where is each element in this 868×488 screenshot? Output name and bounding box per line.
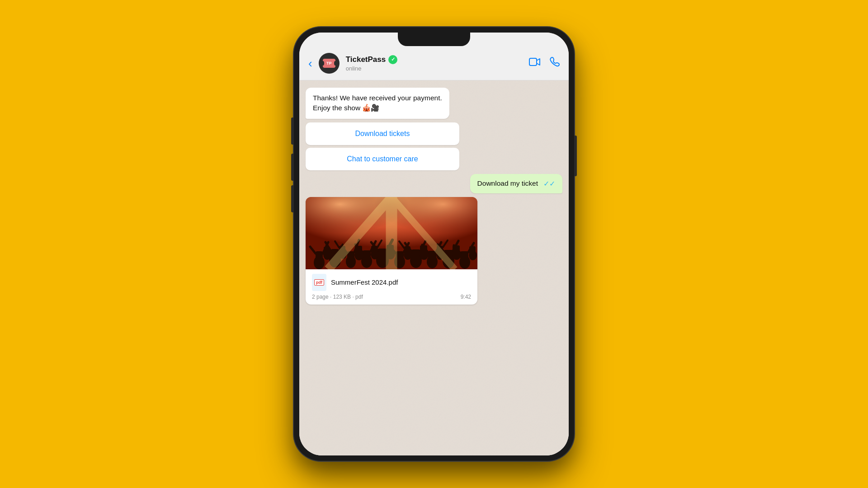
pdf-icon: pdf	[312, 274, 326, 291]
contact-status: online	[346, 65, 523, 72]
svg-rect-67	[469, 246, 476, 256]
svg-rect-57	[404, 246, 410, 256]
file-details: 2 page · 123 KB · pdf	[312, 294, 363, 300]
pdf-label: pdf	[314, 279, 324, 286]
contact-name: TicketPass ✓	[346, 55, 523, 64]
voice-call-icon[interactable]	[550, 57, 560, 70]
sent-message-text: Download my ticket	[477, 179, 538, 188]
svg-rect-0	[529, 58, 537, 66]
chat-messages: Thanks! We have received your payment.En…	[299, 80, 569, 429]
svg-rect-33	[428, 251, 436, 264]
read-receipt-icon: ✓✓	[543, 179, 555, 188]
chat-customer-care-button[interactable]: Chat to customer care	[306, 148, 459, 170]
download-tickets-button[interactable]: Download tickets	[306, 122, 459, 145]
svg-rect-29	[411, 249, 420, 263]
button-list-message: Download tickets Chat to customer care	[306, 122, 459, 170]
phone-screen: ‹ TP TicketPass ✓ online	[299, 33, 569, 455]
back-button[interactable]: ‹	[308, 57, 312, 69]
svg-rect-41	[460, 251, 468, 265]
svg-rect-17	[363, 250, 371, 264]
received-message: Thanks! We have received your payment.En…	[306, 88, 449, 119]
phone-notch	[398, 33, 470, 46]
svg-rect-65	[453, 245, 460, 256]
verified-badge-icon: ✓	[388, 55, 397, 64]
header-actions	[529, 57, 560, 70]
svg-rect-21	[378, 249, 387, 262]
contact-info: TicketPass ✓ online	[346, 55, 523, 72]
svg-rect-45	[324, 247, 330, 257]
avatar: TP	[319, 53, 340, 74]
message-text: Thanks! We have received your payment.En…	[313, 93, 442, 113]
file-info-row: pdf SummerFest 2024.pdf	[306, 269, 477, 294]
phone-mockup: ‹ TP TicketPass ✓ online	[294, 27, 574, 461]
svg-rect-50	[355, 246, 362, 257]
svg-rect-52	[371, 246, 377, 256]
ticket-logo-icon: TP	[323, 59, 335, 68]
sent-message: Download my ticket ✓✓	[470, 174, 562, 193]
svg-rect-60	[420, 245, 427, 256]
file-name: SummerFest 2024.pdf	[331, 278, 398, 286]
file-preview-image	[306, 197, 477, 269]
video-call-icon[interactable]	[529, 57, 541, 69]
file-time: 9:42	[461, 294, 471, 300]
file-attachment-message[interactable]: pdf SummerFest 2024.pdf 2 page · 123 KB …	[306, 197, 477, 305]
file-meta: 2 page · 123 KB · pdf 9:42	[306, 294, 477, 305]
